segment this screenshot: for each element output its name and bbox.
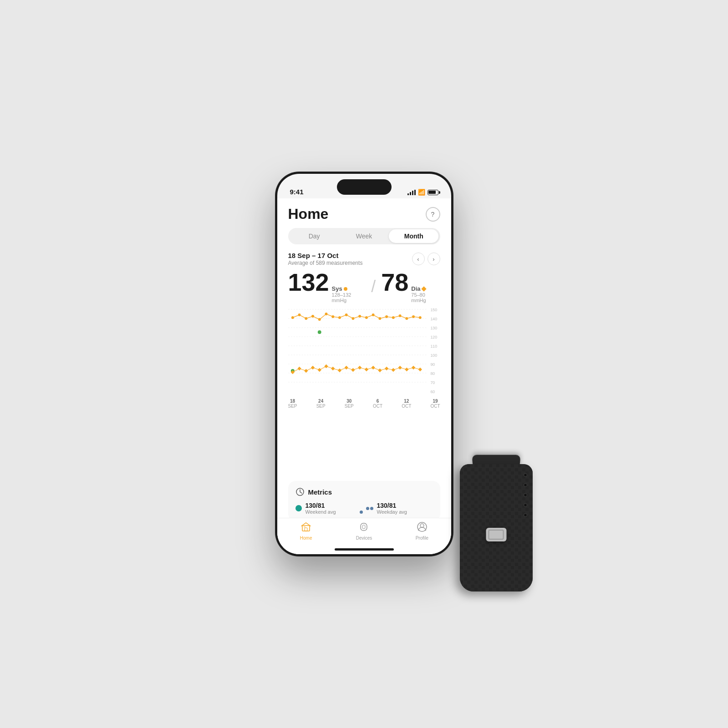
app-screen: Home ? Day Week Month 18 Sep – 17 Oct Av… — [277, 198, 451, 554]
phone-inner: 9:41 📶 Home — [277, 174, 451, 554]
prev-arrow[interactable]: ‹ — [412, 253, 425, 265]
tab-week[interactable]: Week — [339, 229, 389, 243]
nav-profile-label: Profile — [416, 536, 428, 541]
bp-values: 132 Sys 128–132 mmHg / 78 — [277, 267, 451, 305]
metric-weekend-data: 130/81 Weekend avg — [305, 502, 336, 515]
weekend-value: 130/81 — [305, 502, 336, 509]
svg-rect-53 — [371, 366, 375, 369]
metrics-section: Metrics 130/81 Weekend avg — [288, 481, 440, 521]
svg-point-40 — [418, 316, 421, 319]
svg-point-28 — [317, 330, 321, 334]
svg-point-31 — [358, 315, 361, 318]
svg-point-27 — [345, 313, 347, 316]
date-range-sub: Average of 589 measurements — [288, 260, 363, 266]
nav-devices[interactable]: Devices — [335, 522, 393, 541]
weekday-label: Weekday avg — [377, 509, 407, 515]
band-hole — [524, 493, 527, 497]
devices-icon — [359, 522, 369, 535]
home-indicator — [335, 548, 394, 551]
weekend-label: Weekend avg — [305, 509, 336, 515]
metrics-header: Metrics — [295, 487, 433, 496]
band-hole — [524, 483, 527, 487]
x-label-4: 12 OCT — [402, 399, 411, 409]
bp-diastolic: 78 Dia 75–80 mmHg — [381, 270, 440, 303]
weekend-dot — [295, 505, 302, 511]
bp-divider: / — [371, 277, 376, 296]
app-header: Home ? — [277, 198, 451, 226]
svg-rect-69 — [361, 523, 367, 531]
tab-day[interactable]: Day — [290, 229, 339, 243]
svg-text:150: 150 — [430, 308, 437, 312]
chart-area: 150 140 130 120 110 100 90 80 70 60 — [277, 305, 451, 477]
svg-point-26 — [338, 316, 341, 319]
date-range-info: 18 Sep – 17 Oct Average of 589 measureme… — [288, 252, 363, 266]
metrics-icon — [295, 487, 305, 496]
metrics-title: Metrics — [308, 488, 332, 496]
x-label-1: 24 SEP — [316, 399, 326, 409]
svg-point-39 — [412, 315, 415, 318]
svg-point-20 — [298, 313, 300, 316]
scene: 9:41 📶 Home — [159, 114, 569, 614]
signal-icon — [407, 190, 416, 195]
sys-value: 132 — [288, 270, 329, 294]
svg-rect-46 — [324, 364, 328, 368]
svg-rect-54 — [378, 369, 382, 372]
band-body — [460, 464, 533, 592]
nav-devices-label: Devices — [356, 536, 372, 541]
svg-rect-51 — [358, 366, 361, 369]
svg-text:70: 70 — [430, 380, 435, 385]
svg-point-33 — [372, 313, 374, 316]
nav-home[interactable]: Home — [277, 522, 335, 541]
svg-rect-47 — [331, 367, 335, 370]
svg-text:90: 90 — [430, 362, 435, 367]
help-button[interactable]: ? — [426, 207, 440, 222]
date-range-label: 18 Sep – 17 Oct — [288, 252, 363, 259]
svg-point-37 — [398, 314, 401, 317]
svg-text:120: 120 — [430, 335, 437, 339]
svg-point-36 — [392, 316, 394, 319]
next-arrow[interactable]: › — [428, 253, 440, 265]
sys-label-row: Sys — [332, 285, 366, 292]
wifi-icon: 📶 — [418, 189, 425, 196]
wristband — [446, 455, 546, 601]
dia-value: 78 — [381, 270, 408, 294]
svg-point-24 — [325, 313, 327, 315]
svg-point-19 — [291, 316, 294, 319]
tab-month[interactable]: Month — [389, 229, 438, 243]
home-icon — [301, 522, 311, 535]
svg-text:130: 130 — [430, 326, 437, 330]
dia-label-row: Dia — [411, 285, 440, 292]
nav-profile[interactable]: Profile — [393, 522, 451, 541]
sys-dot — [344, 287, 347, 291]
svg-point-38 — [405, 317, 408, 320]
sys-detail: Sys 128–132 mmHg — [332, 285, 366, 303]
profile-icon — [417, 522, 427, 535]
battery-icon — [428, 190, 438, 195]
nav-arrows: ‹ › — [412, 253, 440, 265]
svg-point-23 — [318, 318, 321, 321]
svg-point-32 — [365, 316, 367, 319]
svg-rect-42 — [297, 367, 301, 370]
date-range-row: 18 Sep – 17 Oct Average of 589 measureme… — [277, 250, 451, 267]
band-hole — [524, 473, 527, 477]
sys-range: 128–132 mmHg — [332, 292, 366, 303]
dia-detail: Dia 75–80 mmHg — [411, 285, 440, 303]
svg-text:110: 110 — [430, 344, 437, 349]
band-holes — [524, 473, 527, 517]
svg-rect-52 — [364, 368, 368, 371]
svg-text:140: 140 — [430, 317, 437, 321]
svg-rect-67 — [305, 528, 307, 531]
bp-systolic: 132 Sys 128–132 mmHg — [288, 270, 366, 303]
svg-text:60: 60 — [430, 389, 435, 394]
chart-x-labels: 18 SEP 24 SEP 30 SEP 6 O — [288, 398, 440, 409]
svg-text:80: 80 — [430, 371, 435, 376]
metrics-grid: 130/81 Weekend avg 130/81 Weekda — [295, 502, 433, 515]
svg-rect-45 — [317, 368, 321, 372]
dynamic-island — [337, 179, 392, 195]
weekday-value: 130/81 — [377, 502, 407, 509]
svg-point-21 — [305, 317, 307, 320]
x-label-2: 30 SEP — [345, 399, 354, 409]
svg-rect-58 — [405, 368, 408, 371]
svg-rect-44 — [311, 366, 314, 369]
tab-selector: Day Week Month — [288, 228, 440, 244]
